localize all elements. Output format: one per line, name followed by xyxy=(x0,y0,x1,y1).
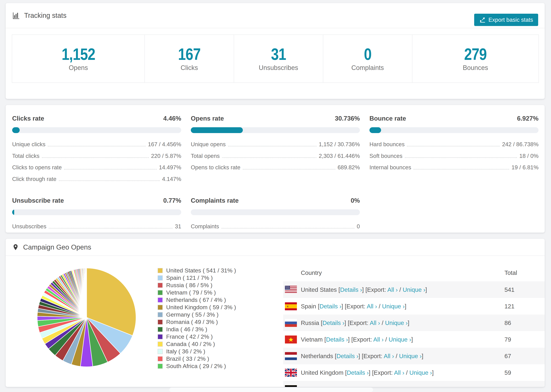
progress-fill xyxy=(12,209,14,215)
legend-swatch xyxy=(158,283,163,288)
page-title: Tracking stats xyxy=(24,12,66,19)
legend-swatch xyxy=(158,356,163,361)
table-row: Netherlands [Details ›] [Export: All › /… xyxy=(283,348,545,364)
dotted-leader xyxy=(49,228,172,229)
legend-swatch xyxy=(158,334,163,339)
metric-value: 167 / 4.456% xyxy=(148,141,181,148)
export-unique-link[interactable]: Unique › xyxy=(382,303,405,309)
dotted-leader xyxy=(243,169,335,169)
table-row: Vietnam [Details ›] [Export: All › / Uni… xyxy=(283,331,545,348)
export-unique-link[interactable]: Unique › xyxy=(389,336,411,343)
export-unique-link[interactable]: Unique › xyxy=(391,386,414,387)
metric-value: 18 / 0% xyxy=(519,153,538,159)
legend-swatch xyxy=(158,305,163,310)
stat-value: 167 xyxy=(178,46,201,63)
metric-row: Total clicks220 / 5.87% xyxy=(12,150,181,162)
rate-value: 0% xyxy=(351,197,360,204)
metric-value: 4.147% xyxy=(162,176,181,182)
export-all-link[interactable]: All › xyxy=(367,303,377,309)
dotted-leader xyxy=(48,146,145,147)
export-button-label: Export basic stats xyxy=(488,17,533,23)
rate-block: Clicks rate4.46%Unique clicks167 / 4.456… xyxy=(12,115,181,185)
details-link[interactable]: Details › xyxy=(329,386,351,387)
stat-cell: 31Unsubscribes xyxy=(234,35,323,83)
export-all-link[interactable]: All › xyxy=(373,336,383,343)
legend-swatch xyxy=(158,275,163,280)
table-row: Russia [Details ›] [Export: All › / Uniq… xyxy=(283,315,545,331)
table-row: United States [Details ›] [Export: All ›… xyxy=(283,281,545,298)
export-unique-link[interactable]: Unique › xyxy=(409,369,432,376)
table-row: Germany [Details ›] [Export: All › / Uni… xyxy=(283,381,545,387)
metric-row: Unique opens1,152 / 30.736% xyxy=(191,139,360,150)
rate-title: Unsubscribe rate xyxy=(12,197,64,204)
export-all-link[interactable]: All › xyxy=(376,386,386,387)
export-all-link[interactable]: All › xyxy=(384,353,394,359)
export-all-link[interactable]: All › xyxy=(370,320,380,326)
stat-value: 31 xyxy=(271,46,286,63)
stat-label: Unsubscribes xyxy=(259,64,298,71)
country-cell: United States [Details ›] [Export: All ›… xyxy=(301,286,501,293)
export-unique-link[interactable]: Unique › xyxy=(399,353,422,359)
progress-bar xyxy=(369,127,538,133)
progress-bar xyxy=(191,127,360,133)
legend-swatch xyxy=(158,297,163,302)
details-link[interactable]: Details › xyxy=(319,303,341,309)
progress-fill xyxy=(12,127,20,133)
geo-opens-header: Campaign Geo Opens xyxy=(6,239,545,256)
stat-cell: 279Bounces xyxy=(412,35,538,83)
es-flag-icon xyxy=(285,302,297,310)
rate-title: Bounce rate xyxy=(369,115,406,122)
dotted-leader xyxy=(64,169,156,169)
legend-label: Germany ( 55 / 3% ) xyxy=(166,311,219,318)
geo-table-rows: United States [Details ›] [Export: All ›… xyxy=(283,281,545,387)
legend-label: South Africa ( 29 / 2% ) xyxy=(166,363,226,369)
rate-value: 30.736% xyxy=(335,115,360,122)
details-link[interactable]: Details › xyxy=(326,336,348,343)
stat-cell: 167Clicks xyxy=(144,35,233,83)
legend-item: Russia ( 86 / 5% ) xyxy=(158,281,236,289)
legend-label: Russia ( 86 / 5% ) xyxy=(166,282,212,288)
dotted-leader xyxy=(42,157,149,158)
metric-label: Clicks to opens rate xyxy=(12,164,62,171)
details-link[interactable]: Details › xyxy=(340,286,362,293)
progress-bar xyxy=(12,209,181,215)
legend-item: Romania ( 49 / 3% ) xyxy=(158,318,236,326)
export-basic-stats-button[interactable]: Export basic stats xyxy=(474,14,538,26)
details-link[interactable]: Details › xyxy=(336,353,358,359)
stat-label: Bounces xyxy=(463,64,488,71)
rate-title: Complaints rate xyxy=(191,197,239,204)
country-cell: Netherlands [Details ›] [Export: All › /… xyxy=(301,353,501,359)
total-cell: 55 xyxy=(504,386,545,387)
bar-chart-icon xyxy=(12,12,20,20)
metric-value: 2,303 / 61.446% xyxy=(319,153,360,159)
export-unique-link[interactable]: Unique › xyxy=(385,320,408,326)
export-all-link[interactable]: All › xyxy=(387,286,398,293)
legend-item: United Kingdom ( 59 / 3% ) xyxy=(158,304,236,311)
tracking-stats-card: Tracking stats Export basic stats 1,152O… xyxy=(6,3,545,99)
legend-item: South Africa ( 29 / 2% ) xyxy=(158,362,236,370)
rate-block-head: Clicks rate4.46% xyxy=(12,115,181,122)
legend-item: Italy ( 36 / 2% ) xyxy=(158,348,236,355)
details-link[interactable]: Details › xyxy=(347,369,369,376)
export-icon xyxy=(479,17,486,23)
metric-label: Complaints xyxy=(191,223,219,230)
export-unique-link[interactable]: Unique › xyxy=(403,286,425,293)
rates-card: Clicks rate4.46%Unique clicks167 / 4.456… xyxy=(6,105,545,233)
metric-value: 220 / 5.87% xyxy=(151,153,181,159)
rate-block: Opens rate30.736%Unique opens1,152 / 30.… xyxy=(191,115,360,185)
metric-row: Opens to clicks rate689.82% xyxy=(191,162,360,173)
legend-swatch xyxy=(158,312,163,317)
export-all-link[interactable]: All › xyxy=(394,369,404,376)
total-cell: 541 xyxy=(504,286,545,293)
dotted-leader xyxy=(407,146,500,147)
dotted-leader xyxy=(405,157,517,158)
rates-grid: Clicks rate4.46%Unique clicks167 / 4.456… xyxy=(6,105,545,232)
dotted-leader xyxy=(228,146,316,147)
country-cell: Vietnam [Details ›] [Export: All › / Uni… xyxy=(301,336,501,343)
metric-row: Internal bounces19 / 6.81% xyxy=(369,162,538,173)
gb-flag-icon xyxy=(285,369,297,377)
legend-label: Romania ( 49 / 3% ) xyxy=(166,319,218,325)
details-link[interactable]: Details › xyxy=(322,320,344,326)
legend-swatch xyxy=(158,320,163,325)
legend-label: Canada ( 40 / 2% ) xyxy=(166,341,215,347)
